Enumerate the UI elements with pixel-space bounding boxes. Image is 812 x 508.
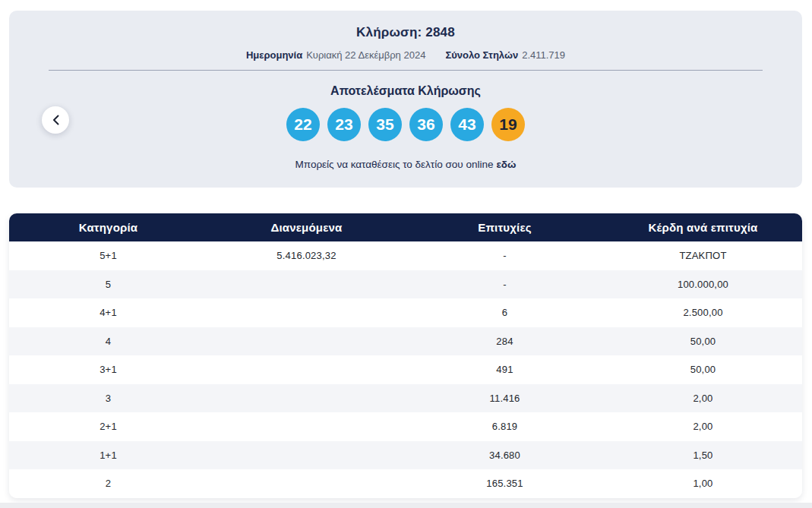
online-slip-text: Μπορείς να καταθέσεις το δελτίο σου onli… xyxy=(9,159,802,170)
cell-winners: 34.680 xyxy=(406,450,604,461)
draw-title: Κλήρωση: 2848 xyxy=(9,25,802,40)
cell-payout: ΤΖΑΚΠΟΤ xyxy=(604,250,802,261)
cell-category: 2 xyxy=(9,478,207,489)
winning-numbers-row: 22 23 35 36 43 19 xyxy=(9,108,802,141)
cell-category: 4 xyxy=(9,336,207,347)
column-header-payout: Κέρδη ανά επιτυχία xyxy=(604,221,802,234)
cell-winners: 491 xyxy=(406,364,604,375)
cell-winners: 6 xyxy=(406,307,604,318)
cell-payout: 50,00 xyxy=(604,364,802,375)
table-row: 5 - 100.000,00 xyxy=(9,270,802,299)
winning-number-ball: 43 xyxy=(450,108,484,141)
cell-payout: 1,50 xyxy=(604,450,802,461)
cell-category: 3+1 xyxy=(9,364,207,375)
cell-payout: 2.500,00 xyxy=(604,307,802,318)
total-columns-value: 2.411.719 xyxy=(522,49,565,61)
payout-table-header: Κατηγορία Διανεμόμενα Επιτυχίες Κέρδη αν… xyxy=(9,213,802,241)
table-row: 2+1 6.819 2,00 xyxy=(9,412,802,441)
cell-payout: 100.000,00 xyxy=(604,279,802,290)
cell-winners: 165.351 xyxy=(406,478,604,489)
column-header-category: Κατηγορία xyxy=(9,221,207,234)
table-row: 2 165.351 1,00 xyxy=(9,469,802,498)
cell-winners: 11.416 xyxy=(406,393,604,404)
cell-category: 2+1 xyxy=(9,421,207,432)
total-columns-label: Σύνολο Στηλών xyxy=(445,49,518,61)
cell-winners: 284 xyxy=(406,336,604,347)
cell-category: 4+1 xyxy=(9,307,207,318)
next-section-edge xyxy=(0,503,812,508)
card-divider xyxy=(49,70,763,71)
cell-distributed: 5.416.023,32 xyxy=(207,250,406,261)
cell-category: 3 xyxy=(9,393,207,404)
draw-meta: Ημερομηνία Κυριακή 22 Δεκέμβρη 2024 Σύνο… xyxy=(9,49,802,61)
online-slip-link[interactable]: εδώ xyxy=(496,159,516,170)
column-header-distributed: Διανεμόμενα xyxy=(207,221,406,234)
payout-table: Κατηγορία Διανεμόμενα Επιτυχίες Κέρδη αν… xyxy=(9,213,802,498)
column-header-winners: Επιτυχίες xyxy=(406,221,604,234)
previous-draw-button[interactable] xyxy=(42,106,69,134)
online-slip-text-prefix: Μπορείς να καταθέσεις το δελτίο σου onli… xyxy=(295,159,494,170)
results-heading: Αποτελέσματα Κλήρωσης xyxy=(9,84,802,98)
cell-winners: - xyxy=(406,279,604,290)
cell-category: 1+1 xyxy=(9,450,207,461)
cell-payout: 2,00 xyxy=(604,393,802,404)
cell-category: 5 xyxy=(9,279,207,290)
draw-date-label: Ημερομηνία xyxy=(246,49,302,61)
table-row: 1+1 34.680 1,50 xyxy=(9,441,802,470)
bonus-number-ball: 19 xyxy=(491,108,525,141)
cell-payout: 1,00 xyxy=(604,478,802,489)
table-row: 3+1 491 50,00 xyxy=(9,355,802,384)
chevron-left-icon xyxy=(52,115,59,125)
cell-category: 5+1 xyxy=(9,250,207,261)
winning-number-ball: 23 xyxy=(327,108,361,141)
winning-number-ball: 35 xyxy=(368,108,402,141)
table-row: 4+1 6 2.500,00 xyxy=(9,298,802,327)
draw-date: Ημερομηνία Κυριακή 22 Δεκέμβρη 2024 xyxy=(246,49,425,61)
payout-table-body: 5+1 5.416.023,32 - ΤΖΑΚΠΟΤ 5 - 100.000,0… xyxy=(9,241,802,498)
draw-date-value: Κυριακή 22 Δεκέμβρη 2024 xyxy=(306,49,425,61)
table-row: 3 11.416 2,00 xyxy=(9,384,802,413)
table-row: 5+1 5.416.023,32 - ΤΖΑΚΠΟΤ xyxy=(9,241,802,270)
cell-winners: - xyxy=(406,250,604,261)
cell-payout: 2,00 xyxy=(604,421,802,432)
cell-winners: 6.819 xyxy=(406,421,604,432)
total-columns: Σύνολο Στηλών 2.411.719 xyxy=(445,49,565,61)
winning-number-ball: 36 xyxy=(409,108,443,141)
table-row: 4 284 50,00 xyxy=(9,327,802,356)
winning-number-ball: 22 xyxy=(286,108,320,141)
cell-payout: 50,00 xyxy=(604,336,802,347)
draw-results-card: Κλήρωση: 2848 Ημερομηνία Κυριακή 22 Δεκέ… xyxy=(9,11,802,188)
